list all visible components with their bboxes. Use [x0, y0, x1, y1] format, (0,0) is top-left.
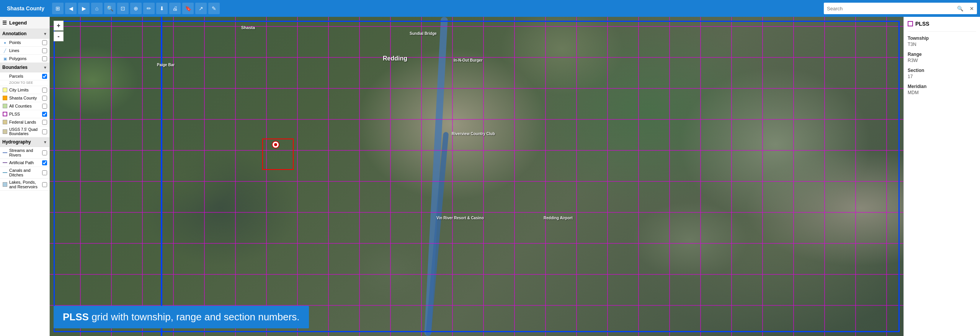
- layer-canals[interactable]: Canals and Ditches: [0, 167, 49, 179]
- layer-streams-checkbox[interactable]: [42, 150, 47, 155]
- layer-parcels-label: Parcels: [9, 74, 42, 78]
- layer-points-label: Points: [9, 40, 42, 45]
- legend-icon: ☰: [2, 20, 7, 26]
- section-hydrography-label: Hydrography: [2, 139, 31, 145]
- layers-button[interactable]: ⊞: [52, 3, 64, 14]
- identify-button[interactable]: ⊕: [130, 3, 142, 14]
- zoom-in-button[interactable]: +: [54, 21, 64, 31]
- lakes-icon: [2, 182, 8, 187]
- canals-icon: [2, 170, 8, 175]
- plss-range-field: Range R3W: [908, 52, 976, 63]
- layer-federal-lands-label: Federal Lands: [9, 120, 42, 124]
- layer-all-counties-label: All Counties: [9, 104, 42, 108]
- main-layout: ☰ Legend Annotation ▼ ● Points ╱ Lines ▣: [0, 17, 980, 336]
- layer-city-limits-label: City Limits: [9, 88, 42, 92]
- zoom-to-see-label: ZOOM TO SEE: [0, 80, 49, 86]
- layer-shasta-county-checkbox[interactable]: [42, 96, 47, 101]
- layer-points-checkbox[interactable]: [42, 40, 47, 45]
- section-boundaries-label: Boundaries: [2, 65, 28, 70]
- layer-all-counties[interactable]: All Counties: [0, 102, 49, 110]
- search-button[interactable]: 🔍: [954, 4, 967, 13]
- section-annotation-label: Annotation: [2, 31, 26, 36]
- plss-range-value: R3W: [908, 58, 918, 63]
- bookmark-button[interactable]: 🔖: [182, 3, 194, 14]
- layer-artificial-path[interactable]: Artificial Path: [0, 159, 49, 167]
- zoom-out-button[interactable]: -: [54, 31, 64, 41]
- point-icon: ●: [2, 40, 8, 45]
- layer-usgs-quad-checkbox[interactable]: [42, 129, 47, 134]
- streams-icon: [2, 150, 8, 155]
- layer-parcels-checkbox[interactable]: [42, 74, 47, 79]
- search-input[interactable]: [824, 6, 954, 11]
- legend-title: Legend: [9, 20, 27, 26]
- layer-canals-label: Canals and Ditches: [9, 168, 42, 177]
- plss-meridian-value: MDM: [908, 90, 919, 95]
- plss-icon: [2, 111, 8, 117]
- search-container: 🔍 ✕: [824, 3, 977, 14]
- plss-meridian-field: Meridian MDM: [908, 84, 976, 95]
- layer-polygons[interactable]: ▣ Polygons: [0, 55, 49, 63]
- forward-button[interactable]: ▶: [78, 3, 90, 14]
- back-button[interactable]: ◀: [65, 3, 77, 14]
- print-button[interactable]: 🖨: [169, 3, 181, 14]
- usgs-quad-icon: [2, 129, 8, 134]
- right-panel: PLSS Township T3N Range R3W Section 17 M…: [903, 17, 980, 336]
- map-container[interactable]: Shasta Redding Sundial Bridge In-N-Out B…: [50, 17, 903, 336]
- plss-panel-header: PLSS: [908, 21, 976, 32]
- all-counties-icon: [2, 103, 8, 109]
- legend-header: ☰ Legend: [0, 17, 49, 29]
- fullextent-button[interactable]: ⊡: [117, 3, 129, 14]
- layer-polygons-checkbox[interactable]: [42, 56, 47, 61]
- section-annotation[interactable]: Annotation ▼: [0, 29, 49, 39]
- city-limits-icon: [2, 87, 8, 93]
- layer-lakes-checkbox[interactable]: [42, 182, 47, 187]
- layer-canals-checkbox[interactable]: [42, 170, 47, 175]
- edit-button[interactable]: ✎: [208, 3, 220, 14]
- info-banner-text: grid with township, range and section nu…: [89, 311, 300, 323]
- layer-lines-label: Lines: [9, 48, 42, 53]
- shasta-county-icon: [2, 95, 8, 101]
- zoomin-button[interactable]: 🔍: [104, 3, 116, 14]
- section-boundaries[interactable]: Boundaries ▼: [0, 63, 49, 72]
- layer-all-counties-checkbox[interactable]: [42, 104, 47, 109]
- layer-city-limits-checkbox[interactable]: [42, 88, 47, 93]
- plss-grid: [50, 17, 903, 336]
- plss-township-field: Township T3N: [908, 36, 976, 47]
- layer-streams[interactable]: Streams and Rivers: [0, 147, 49, 159]
- search-clear-button[interactable]: ✕: [967, 4, 977, 13]
- layer-streams-label: Streams and Rivers: [9, 148, 42, 157]
- draw-button[interactable]: ✏: [143, 3, 155, 14]
- artificial-path-icon: [2, 160, 8, 165]
- layer-plss-label: PLSS: [9, 112, 42, 116]
- share-button[interactable]: ↗: [195, 3, 207, 14]
- plss-township-label: Township: [908, 36, 976, 41]
- federal-lands-icon: [2, 119, 8, 125]
- layer-points[interactable]: ● Points: [0, 39, 49, 47]
- toolbar: Shasta County ⊞ ◀ ▶ ⌂ 🔍 ⊡ ⊕ ✏ ⬇ 🖨 🔖 ↗ ✎ …: [0, 0, 980, 17]
- home-button[interactable]: ⌂: [91, 3, 103, 14]
- download-button[interactable]: ⬇: [156, 3, 168, 14]
- layer-artificial-path-label: Artificial Path: [9, 160, 42, 165]
- layer-federal-lands-checkbox[interactable]: [42, 120, 47, 125]
- layer-polygons-label: Polygons: [9, 56, 42, 61]
- section-hydrography[interactable]: Hydrography ▼: [0, 137, 49, 147]
- info-banner-bold: PLSS: [63, 311, 89, 323]
- chevron-down-icon-3: ▼: [43, 140, 47, 144]
- plss-section-label: Section: [908, 68, 976, 73]
- layer-city-limits[interactable]: City Limits: [0, 86, 49, 94]
- plss-meridian-label: Meridian: [908, 84, 976, 89]
- layer-lines[interactable]: ╱ Lines: [0, 47, 49, 55]
- plss-section-value: 17: [908, 74, 913, 79]
- layer-plss-checkbox[interactable]: [42, 112, 47, 117]
- layer-federal-lands[interactable]: Federal Lands: [0, 118, 49, 126]
- layer-artificial-path-checkbox[interactable]: [42, 160, 47, 165]
- layer-lines-checkbox[interactable]: [42, 48, 47, 53]
- plss-range-label: Range: [908, 52, 976, 57]
- layer-plss[interactable]: PLSS: [0, 110, 49, 118]
- layer-parcels[interactable]: Parcels: [0, 72, 49, 80]
- layer-shasta-county[interactable]: Shasta County: [0, 94, 49, 102]
- sidebar: ☰ Legend Annotation ▼ ● Points ╱ Lines ▣: [0, 17, 50, 336]
- layer-usgs-quad[interactable]: USGS 7.5' Quad Boundaries: [0, 126, 49, 137]
- layer-lakes[interactable]: Lakes, Ponds, and Reservoirs: [0, 179, 49, 191]
- layer-lakes-label: Lakes, Ponds, and Reservoirs: [9, 180, 42, 189]
